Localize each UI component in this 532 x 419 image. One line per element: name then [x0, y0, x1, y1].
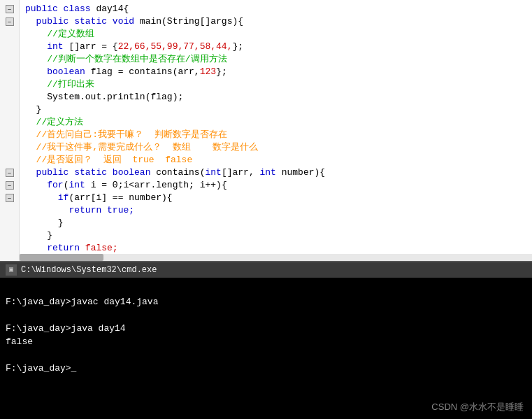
code-token: static	[74, 15, 113, 28]
collapse-icon[interactable]: −	[6, 194, 14, 202]
terminal-icon: ▣	[6, 264, 17, 276]
code-token: int	[47, 41, 63, 53]
code-line: System.out.println(flag);	[25, 91, 526, 104]
code-line: //定义方法	[25, 116, 526, 129]
code-line: int []arr = {22,66,55,99,77,58,44,};	[25, 41, 526, 53]
collapse-icon[interactable]: −	[6, 5, 14, 13]
terminal-titlebar: ▣ C:\Windows\System32\cmd.exe	[0, 262, 532, 278]
code-token: (arr[i] == number){	[69, 192, 172, 204]
code-token	[25, 242, 47, 255]
code-line: //我干这件事,需要完成什么？ 数组 数字是什么	[25, 141, 526, 154]
code-token: boolean	[113, 166, 156, 179]
code-token: contains(	[156, 166, 205, 179]
code-token	[25, 66, 47, 78]
collapse-icon[interactable]: −	[6, 169, 14, 177]
code-token	[25, 192, 58, 204]
watermark: CSDN @水水不是睡睡	[431, 401, 524, 413]
code-line: //是否返回？ 返回 true false	[25, 154, 526, 166]
code-line: }	[25, 104, 526, 116]
code-token	[25, 41, 47, 53]
code-token: false;	[85, 242, 118, 255]
code-line: }	[25, 217, 526, 229]
collapse-icon[interactable]: −	[6, 181, 14, 190]
code-line: //打印出来	[25, 78, 526, 91]
code-token: for	[47, 179, 63, 192]
horizontal-scrollbar[interactable]	[20, 254, 532, 261]
code-line: //定义数组	[25, 28, 526, 41]
code-content: public class day14{ public static void m…	[20, 0, 532, 261]
code-line: boolean flag = contains(arr,123};	[25, 66, 526, 78]
code-token: class	[64, 3, 96, 15]
code-line: public static void main(String[]args){	[25, 15, 526, 28]
code-token	[25, 166, 36, 179]
code-token: flag = contains(arr,	[91, 66, 200, 78]
code-token: //打印出来	[25, 78, 94, 91]
terminal-body[interactable]: F:\java_day>javac day14.java F:\java_day…	[0, 278, 532, 419]
code-token: int	[205, 166, 221, 179]
code-token	[25, 179, 47, 192]
code-token: void	[113, 15, 140, 28]
code-token: []arr = {	[64, 41, 118, 53]
code-token: //判断一个数字在数组中是否存在/调用方法	[25, 53, 227, 66]
code-token: day14{	[96, 3, 129, 15]
collapse-icon[interactable]: −	[6, 17, 14, 26]
code-line: //判断一个数字在数组中是否存在/调用方法	[25, 53, 526, 66]
code-token: int	[259, 166, 281, 179]
code-token: main(String[]args){	[140, 15, 243, 28]
code-token: if	[58, 192, 69, 204]
code-line: //首先问自己:我要干嘛？ 判断数字是否存在	[25, 129, 526, 141]
code-token: //我干这件事,需要完成什么？ 数组 数字是什么	[25, 141, 258, 154]
code-token: number){	[282, 166, 325, 179]
code-token: i = 0;i<arr.length; i++){	[91, 179, 227, 192]
code-line: for(int i = 0;i<arr.length; i++){	[25, 179, 526, 192]
code-token: int	[69, 179, 90, 192]
code-token: public	[25, 3, 64, 15]
code-line: public class day14{	[25, 3, 526, 15]
code-token: }	[25, 104, 41, 116]
code-token: []arr,	[222, 166, 260, 179]
code-token: static	[74, 166, 113, 179]
code-token: //首先问自己:我要干嘛？ 判断数字是否存在	[25, 129, 227, 141]
code-line: return true;	[25, 204, 526, 217]
code-token: //定义方法	[25, 116, 83, 129]
code-token: true;	[107, 204, 134, 217]
code-line: return false;	[25, 242, 526, 255]
code-editor: −−−−− public class day14{ public static …	[0, 0, 532, 262]
code-token: 22,66,55,99,77,58,44,	[118, 41, 233, 53]
code-token: public	[25, 15, 74, 28]
code-gutter: −−−−−	[0, 0, 20, 261]
code-token: };	[232, 41, 243, 53]
code-line: if(arr[i] == number){	[25, 192, 526, 204]
code-token	[25, 204, 69, 217]
scrollbar-thumb[interactable]	[20, 254, 103, 261]
terminal: ▣ C:\Windows\System32\cmd.exe F:\java_da…	[0, 262, 532, 419]
code-token: };	[216, 66, 227, 78]
code-token: }	[25, 217, 64, 229]
code-token: //定义数组	[25, 28, 94, 41]
code-token: boolean	[47, 66, 90, 78]
code-token: }	[25, 229, 52, 242]
code-token: //是否返回？ 返回 true false	[25, 154, 192, 166]
code-token: public	[36, 166, 75, 179]
code-line: public static boolean contains(int[]arr,…	[25, 166, 526, 179]
code-token: return	[69, 204, 107, 217]
code-token: return	[47, 242, 85, 255]
code-line: }	[25, 229, 526, 242]
code-token: System.out.println(flag);	[25, 91, 183, 104]
code-token: (	[64, 179, 69, 192]
terminal-title: C:\Windows\System32\cmd.exe	[21, 265, 157, 275]
code-token: 123	[200, 66, 216, 78]
